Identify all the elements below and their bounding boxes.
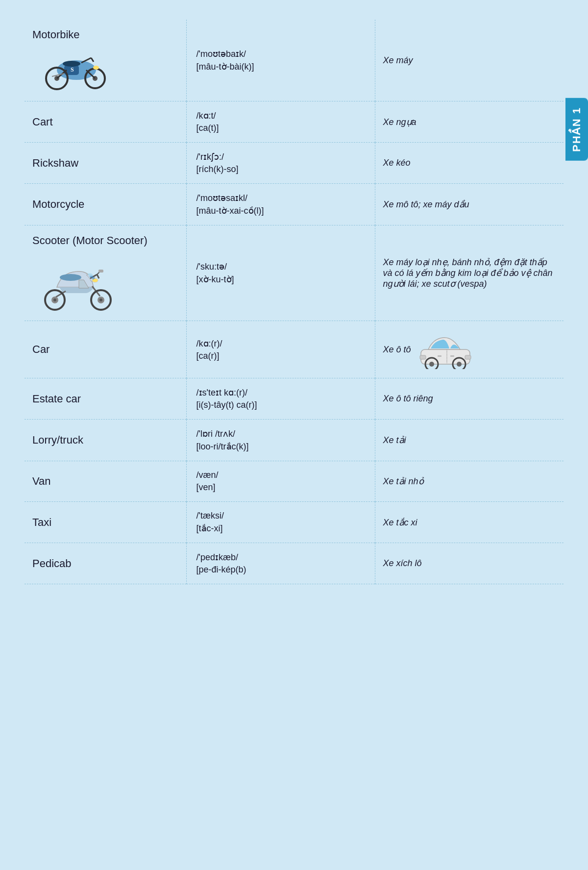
phonetic-viet: [xờ-ku-tờ] <box>196 274 365 285</box>
meaning-cell: Xe tải nhỏ <box>375 461 564 502</box>
svg-rect-31 <box>420 355 426 359</box>
meaning-cell: Xe ô tô <box>375 321 564 378</box>
motorbike-icon: S <box>37 43 116 92</box>
phonetic-viet: [ca(r)] <box>196 351 365 361</box>
phonetic-cell: /'pedɪkæb/ [pe-đi-kép(b) <box>186 543 375 584</box>
word-cell: Rickshaw <box>24 143 186 184</box>
svg-point-20 <box>99 298 102 301</box>
ipa: /ɪs'teɪt kɑ:(r)/ <box>196 387 365 398</box>
ipa: /'moʊtəsaɪkl/ <box>196 193 365 203</box>
meaning-cell: Xe ô tô riêng <box>375 378 564 420</box>
phonetic-cell: /'sku:tə/ [xờ-ku-tờ] <box>186 225 375 321</box>
svg-rect-38 <box>438 355 441 357</box>
phonetic-viet: [i(s)-tây(t) ca(r)] <box>196 400 365 410</box>
svg-rect-30 <box>465 355 471 359</box>
ipa: /'sku:tə/ <box>196 261 365 272</box>
side-tab: PHẦN 1 <box>565 98 588 161</box>
word-label: Scooter (Motor Scooter) <box>32 234 178 247</box>
ipa: /'lɒri /trʌk/ <box>196 428 365 439</box>
table-row: Lorry/truck /'lɒri /trʌk/ [loo-ri/trắc(k… <box>24 420 564 461</box>
svg-point-12 <box>93 66 99 70</box>
word-cell: Taxi <box>24 502 186 543</box>
svg-text:S: S <box>71 66 74 73</box>
word-label: Estate car <box>32 393 81 405</box>
table-row: Van /væn/ [ven] Xe tải nhỏ <box>24 461 564 502</box>
phonetic-viet: [tắc-xi] <box>196 523 365 534</box>
table-row: Motorbike <box>24 20 564 101</box>
car-icon <box>416 330 475 369</box>
phonetic-cell: /væn/ [ven] <box>186 461 375 502</box>
svg-point-14 <box>60 274 81 281</box>
phonetic-cell: /'rɪkʃɔ:/ [rích(k)-so] <box>186 143 375 184</box>
ipa: /'pedɪkæb/ <box>196 552 365 563</box>
svg-line-25 <box>97 274 99 278</box>
word-cell: Van <box>24 461 186 502</box>
phonetic-cell: /'moʊtəbaɪk/ [mâu-tờ-bài(k)] <box>186 20 375 101</box>
word-label: Lorry/truck <box>32 434 83 446</box>
ipa: /'moʊtəbaɪk/ <box>196 49 365 59</box>
svg-rect-27 <box>98 270 103 273</box>
table-row: Rickshaw /'rɪkʃɔ:/ [rích(k)-so] Xe kéo <box>24 143 564 184</box>
word-cell: Lorry/truck <box>24 420 186 461</box>
svg-point-35 <box>429 362 434 367</box>
phonetic-viet: [rích(k)-so] <box>196 164 365 174</box>
phonetic-cell: /'tæksi/ [tắc-xi] <box>186 502 375 543</box>
word-cell: Motorbike <box>24 20 186 101</box>
word-label: Pedicab <box>32 557 72 570</box>
word-cell: Pedicab <box>24 543 186 584</box>
meaning-cell: Xe xích lô <box>375 543 564 584</box>
phonetic-viet: [pe-đi-kép(b) <box>196 565 365 575</box>
phonetic-viet: [mâu-tờ-bài(k)] <box>196 61 365 72</box>
meaning-cell: Xe mô tô; xe máy dầu <box>375 184 564 225</box>
svg-point-33 <box>457 362 462 367</box>
phonetic-viet: [mâu-tờ-xai-cồ(l)] <box>196 205 365 216</box>
word-label: Car <box>32 343 49 355</box>
phonetic-viet: [loo-ri/trắc(k)] <box>196 441 365 452</box>
word-label: Rickshaw <box>32 157 78 169</box>
ipa: /væn/ <box>196 470 365 480</box>
ipa: /'tæksi/ <box>196 511 365 521</box>
svg-rect-37 <box>450 355 454 357</box>
word-label: Van <box>32 475 51 487</box>
word-label: Cart <box>32 116 53 128</box>
phonetic-cell: /'moʊtəsaɪkl/ [mâu-tờ-xai-cồ(l)] <box>186 184 375 225</box>
meaning-cell: Xe máy loại nhẹ, bánh nhỏ, đệm đặt thấp … <box>375 225 564 321</box>
phonetic-viet: [ven] <box>196 482 365 493</box>
word-cell: Motorcycle <box>24 184 186 225</box>
word-cell: Estate car <box>24 378 186 420</box>
meaning-cell: Xe máy <box>375 20 564 101</box>
phonetic-cell: /kɑ:(r)/ [ca(r)] <box>186 321 375 378</box>
word-cell: Cart <box>24 101 186 143</box>
table-row: Pedicab /'pedɪkæb/ [pe-đi-kép(b) Xe xích… <box>24 543 564 584</box>
phonetic-cell: /kɑ:t/ [ca(t)] <box>186 101 375 143</box>
word-label: Motorbike <box>32 28 178 41</box>
table-row: Estate car /ɪs'teɪt kɑ:(r)/ [i(s)-tây(t)… <box>24 378 564 420</box>
meaning-text: Xe ô tô <box>383 345 411 355</box>
ipa: /kɑ:(r)/ <box>196 338 365 349</box>
phonetic-cell: /'lɒri /trʌk/ [loo-ri/trắc(k)] <box>186 420 375 461</box>
ipa: /'rɪkʃɔ:/ <box>196 151 365 162</box>
word-cell: Car <box>24 321 186 378</box>
vocabulary-table: Motorbike <box>24 20 564 584</box>
word-cell: Scooter (Motor Scooter) <box>24 225 186 321</box>
page-container: Motorbike <box>24 20 564 584</box>
meaning-cell: Xe tắc xi <box>375 502 564 543</box>
meaning-cell: Xe ngựa <box>375 101 564 143</box>
svg-line-3 <box>91 58 94 62</box>
table-row: Scooter (Motor Scooter) <box>24 225 564 321</box>
table-row: Cart /kɑ:t/ [ca(t)] Xe ngựa <box>24 101 564 143</box>
svg-rect-29 <box>421 349 470 364</box>
word-label: Taxi <box>32 516 51 528</box>
ipa: /kɑ:t/ <box>196 110 365 121</box>
scooter-icon <box>32 253 121 312</box>
phonetic-cell: /ɪs'teɪt kɑ:(r)/ [i(s)-tây(t) ca(r)] <box>186 378 375 420</box>
table-row: Motorcycle /'moʊtəsaɪkl/ [mâu-tờ-xai-cồ(… <box>24 184 564 225</box>
meaning-cell: Xe tải <box>375 420 564 461</box>
table-row: Taxi /'tæksi/ [tắc-xi] Xe tắc xi <box>24 502 564 543</box>
phonetic-viet: [ca(t)] <box>196 123 365 133</box>
table-row: Car /kɑ:(r)/ [ca(r)] Xe ô tô <box>24 321 564 378</box>
word-label: Motorcycle <box>32 198 84 210</box>
meaning-cell: Xe kéo <box>375 143 564 184</box>
svg-point-23 <box>53 298 56 301</box>
